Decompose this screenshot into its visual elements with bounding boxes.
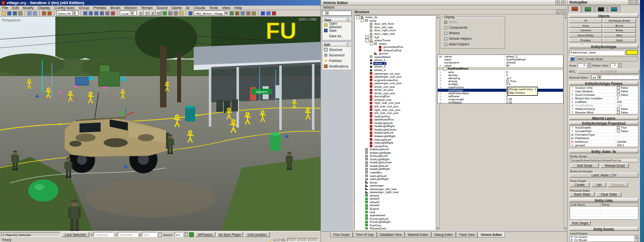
panel-item-structure[interactable]: Structure [323, 47, 351, 52]
viewport-type-label[interactable]: Perspective [2, 18, 21, 21]
param-row-good-occluder[interactable]: TGood OccluderFalse [570, 93, 638, 97]
menu-prefabs[interactable]: Prefabs [91, 6, 108, 10]
helper-size-field[interactable]: 1 [610, 63, 617, 68]
close-icon[interactable]: ✕ [561, 1, 566, 5]
collapse-chevron-icon[interactable]: ⌃ [346, 43, 350, 46]
params-header[interactable]: Entity/Archetype Params [569, 81, 638, 85]
menu-view[interactable]: View [220, 6, 232, 10]
panel-item-save[interactable]: Save [323, 28, 351, 33]
db-view-icon[interactable] [229, 11, 234, 16]
links-col-entity[interactable]: Entity [601, 203, 638, 206]
collapse-icon[interactable]: - [361, 19, 364, 22]
tab-display[interactable] [595, 6, 607, 12]
coord-y-field[interactable]: 1536.838 [118, 232, 138, 237]
scroll-up-icon[interactable]: ▲ [565, 16, 567, 19]
param-row-pathname[interactable]: abPathName [570, 137, 638, 140]
param-row-lodratio[interactable]: nLodRatio100 [570, 100, 638, 104]
entity-name-field[interactable]: Kadoctuman_Jeep [569, 50, 624, 55]
entity-links-header[interactable]: Entity Links [569, 198, 638, 202]
save-level-icon[interactable] [13, 11, 17, 16]
menu-file[interactable]: File [0, 6, 10, 10]
axis-xy-button[interactable]: XY [156, 11, 162, 16]
grid-snap-icon[interactable] [168, 11, 173, 16]
select-area-icon[interactable] [105, 11, 110, 16]
axis-y-button[interactable]: Y [144, 11, 149, 16]
main-toolbar[interactable]: Select AllLocalXYZXYAB2_Before_Village [0, 10, 320, 17]
tree-item[interactable]: FlippedOver [355, 227, 435, 230]
entity-archetype-header[interactable]: Entity/Archetype [569, 44, 638, 48]
checkbox-icon[interactable] [617, 107, 620, 110]
menu-clouds[interactable]: Clouds [191, 6, 207, 10]
tab-time-of-day[interactable]: Time Of Day [353, 232, 377, 237]
object-button-brush[interactable]: Brush [603, 24, 636, 28]
speed-field[interactable]: 0.1 [175, 232, 183, 237]
collapse-icon[interactable]: - [370, 42, 373, 45]
menu-vehicle[interactable]: Vehicle [321, 6, 337, 9]
object-button-prefabs[interactable]: Prefabs [569, 38, 602, 42]
angle-snap-icon[interactable] [174, 11, 178, 16]
save-icon[interactable] [7, 11, 12, 16]
menu-config-spec[interactable]: Config Spec [52, 6, 77, 10]
star-icon[interactable] [266, 11, 271, 16]
tab-database-view[interactable]: DataBase View [377, 232, 405, 237]
edit-script-button[interactable]: Edit Script [571, 163, 599, 168]
menu-edit[interactable]: Edit [10, 6, 21, 10]
menu-ai[interactable]: AI [184, 6, 191, 10]
chevron-down-icon[interactable] [130, 11, 134, 15]
mission-combo[interactable]: AB2_Before_Village [194, 11, 225, 16]
list-button[interactable]: List [591, 183, 606, 187]
tab-material-editor[interactable]: Material Editor [405, 232, 431, 237]
checkbox-checked-icon[interactable] [617, 126, 620, 129]
menu-sound[interactable]: Sound [154, 6, 170, 10]
tab-dialog-editor[interactable]: Dialog Editor [431, 232, 456, 237]
entity-events-list[interactable]: On AttackOn BreakOn CommandAdd ▲ [570, 235, 638, 242]
material-layers-header[interactable]: Material Layers [569, 116, 638, 120]
open-icon[interactable] [2, 11, 6, 16]
properties2-header[interactable]: Entity/Archetype Properties2 [569, 121, 638, 125]
checkbox-icon[interactable] [444, 32, 447, 35]
freeze-icon[interactable] [111, 11, 115, 16]
menu-help[interactable]: Help [232, 6, 244, 10]
select-tool-icon[interactable] [83, 11, 88, 16]
create-button[interactable]: Create [570, 183, 590, 187]
param-row-motion-blur-multiplier[interactable]: nMotion blur multiplier1 [570, 97, 638, 100]
snapshot-icon[interactable] [252, 11, 256, 16]
remove-button[interactable]: Remove [608, 183, 628, 187]
tab-layers[interactable] [608, 6, 620, 12]
pick-target-button[interactable]: Pick Target [570, 221, 591, 225]
scroll-up-icon[interactable]: ▲ [635, 236, 637, 239]
menubar[interactable]: FileEditModifyDisplayConfig SpecGroupPre… [0, 6, 320, 10]
rollupbar-titlebar[interactable]: RollupBar ▾ ✕ [568, 0, 640, 5]
param-row-autodisable[interactable]: ?AutoDisableTrue [570, 126, 638, 130]
lock-selection-button[interactable]: Lock Selection [62, 232, 89, 237]
panel-item-modifications[interactable]: Modifications [323, 64, 351, 69]
no-sync-player-button[interactable]: No Sync Player [217, 232, 243, 237]
checkbox-icon[interactable] [444, 37, 447, 40]
viewport-3d-scene[interactable]: FU Gasoline [0, 17, 320, 231]
menu-terrain[interactable]: Terrain [139, 6, 154, 10]
minimal-spec-combo[interactable]: All [591, 75, 639, 80]
entity-header[interactable]: Entity: Asian_ltv [569, 149, 638, 153]
link-row[interactable] [570, 207, 638, 210]
undo-icon[interactable] [27, 11, 32, 16]
structure-tree[interactable]: -Asian_ltv-bodydoor_left_frontdoor_left_… [354, 15, 436, 230]
checkbox-icon[interactable] [617, 111, 620, 114]
coord-z-field[interactable]: 105 [142, 232, 157, 237]
tree-scrollbar[interactable]: ▲▼ [436, 15, 440, 230]
param-row-circularpath[interactable]: TCircularPathFalse [570, 130, 638, 133]
entity-links-table[interactable]: Link Name Entity [570, 203, 638, 220]
vehicle-editor-menubar[interactable]: Vehicle [321, 6, 568, 10]
speed-spinner[interactable]: ▲▼ [184, 232, 188, 237]
collapse-icon[interactable]: - [365, 39, 369, 42]
tab-flow-graph[interactable]: Flow Graph [330, 232, 353, 237]
vehicle-editor-titlebar[interactable]: Vehicle Editor ▾ ✕ [321, 0, 568, 6]
object-button-geom-entity[interactable]: Geom Entity [569, 33, 602, 38]
coord-x-field[interactable]: 1306.333 [94, 232, 114, 237]
layer-icon[interactable] [240, 11, 245, 16]
area-spinner[interactable]: ▲▼ [588, 63, 591, 68]
archetype-link[interactable]: Akt1_Costal_Road [576, 56, 638, 62]
scroll-up-icon[interactable]: ▲ [437, 16, 439, 19]
property-row-rimradius[interactable]: nrimRadius0.32 [438, 101, 563, 104]
object-button-misc[interactable]: Misc [603, 33, 636, 38]
checkbox-icon[interactable] [617, 130, 620, 133]
